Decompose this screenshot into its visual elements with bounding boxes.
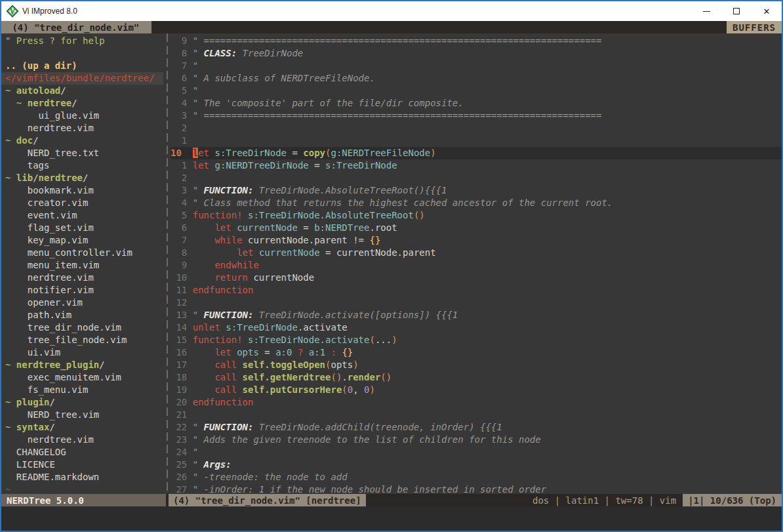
- code-token: " The 'composite' part of the file/dir c…: [193, 98, 464, 108]
- code-line[interactable]: 6 " A subclass of NERDTreeFileNode.: [171, 72, 782, 85]
- code-line[interactable]: 2: [171, 172, 782, 184]
- code-line[interactable]: 16 let opts = a:0 ? a:1 : {}: [171, 346, 782, 359]
- code-line[interactable]: 23 " Adds the given treenode to the list…: [171, 434, 782, 446]
- tree-row[interactable]: " Press ? for help: [1, 35, 163, 47]
- tree-row[interactable]: ~: [1, 483, 163, 494]
- code-line[interactable]: 1: [171, 134, 782, 147]
- tree-row[interactable]: ~ plugin/: [1, 396, 163, 409]
- code-line[interactable]: 3 " ====================================…: [171, 110, 782, 122]
- tree-row[interactable]: bookmark.vim: [1, 184, 163, 197]
- tree-row[interactable]: tags: [1, 159, 163, 172]
- line-number: 6: [171, 73, 193, 83]
- tree-row[interactable]: README.markdown: [1, 471, 163, 483]
- tree-row[interactable]: menu_controller.vim: [1, 247, 163, 259]
- tree-row[interactable]: CHANGELOG: [1, 446, 163, 459]
- code-line[interactable]: 19 call self.putCursorHere(0, 0): [171, 384, 782, 396]
- code-line[interactable]: 24 ": [171, 446, 782, 459]
- code-line[interactable]: 8 let currentNode = currentNode.parent: [171, 247, 782, 259]
- tree-row[interactable]: ui.vim: [1, 346, 163, 359]
- tree-row[interactable]: LICENCE: [1, 459, 163, 471]
- code-line[interactable]: 5 ": [171, 85, 782, 97]
- code-line[interactable]: 1 let g:NERDTreeDirNode = s:TreeDirNode: [171, 159, 782, 172]
- code-line[interactable]: 6 let currentNode = b:NERDTree.root: [171, 222, 782, 234]
- tree-row[interactable]: ui_glue.vim: [1, 110, 163, 122]
- code-token: ): [353, 359, 358, 370]
- tree-row[interactable]: event.vim: [1, 209, 163, 222]
- code-token: [237, 384, 242, 395]
- code-line[interactable]: 3 " FUNCTION: TreeDirNode.AbsoluteTreeRo…: [171, 184, 782, 197]
- tree-row[interactable]: key_map.vim: [1, 234, 163, 247]
- line-number: 27: [171, 484, 193, 494]
- code-token: TreeDirNode.addChild(treenode, inOrder) …: [253, 422, 502, 432]
- tree-row[interactable]: fs_menu.vim: [1, 384, 163, 396]
- close-button[interactable]: ✕: [752, 1, 782, 21]
- tree-row[interactable]: flag_set.vim: [1, 222, 163, 234]
- code-line[interactable]: 17 call self.toggleOpen(opts): [171, 359, 782, 371]
- tree-selected-path[interactable]: </vimfiles/bundle/nerdtree/: [1, 72, 163, 85]
- code-line[interactable]: 25 " Args:: [171, 459, 782, 471]
- maximize-button[interactable]: [721, 1, 752, 21]
- code-line[interactable]: 4 " The 'composite' part of the file/dir…: [171, 97, 782, 110]
- line-number: 3: [171, 185, 193, 195]
- tree-row[interactable]: tree_dir_node.vim: [1, 321, 163, 334]
- code-line-current[interactable]: 10 let s:TreeDirNode = copy(g:NERDTreeFi…: [171, 147, 782, 159]
- main-area: " Press ? for help.. (up a dir)</vimfile…: [1, 33, 782, 494]
- tree-row[interactable]: exec_menuitem.vim: [1, 371, 163, 384]
- code-line[interactable]: 21: [171, 409, 782, 421]
- code-line[interactable]: 27 " -inOrder: 1 if the new node should …: [171, 483, 782, 494]
- tree-row[interactable]: ~ doc/: [1, 134, 163, 147]
- code-line[interactable]: 9 " ====================================…: [171, 35, 782, 47]
- line-number: 5: [171, 210, 193, 220]
- code-token: [243, 210, 248, 220]
- code-line[interactable]: 18 call self.getNerdtree().render(): [171, 371, 782, 384]
- window-split-separator[interactable]: [163, 33, 171, 494]
- code-line[interactable]: 15 function! s:TreeDirNode.activate(...): [171, 334, 782, 346]
- code-token: [231, 347, 237, 358]
- code-line[interactable]: 13 " FUNCTION: TreeDirNode.activate([opt…: [171, 309, 782, 321]
- minimize-button[interactable]: [691, 1, 721, 21]
- tree-row[interactable]: ~ syntax/: [1, 421, 163, 434]
- tree-row[interactable]: tree_file_node.vim: [1, 334, 163, 346]
- tree-row[interactable]: NERD_tree.txt: [1, 147, 163, 159]
- code-line[interactable]: 5 function! s:TreeDirNode.AbsoluteTreeRo…: [171, 209, 782, 222]
- tree-row[interactable]: menu_item.vim: [1, 259, 163, 272]
- command-line-area[interactable]: [1, 506, 782, 531]
- code-token: ": [193, 459, 204, 470]
- code-line[interactable]: 20 endfunction: [171, 396, 782, 409]
- code-line[interactable]: 4 " Class method that returns the highes…: [171, 197, 782, 209]
- code-token: [325, 347, 331, 358]
- tab-active-buffer[interactable]: (4) "tree_dir_node.vim": [1, 21, 151, 33]
- tree-row[interactable]: ~ lib/nerdtree/: [1, 172, 163, 184]
- tree-row[interactable]: notifier.vim: [1, 284, 163, 297]
- code-token: (: [342, 384, 347, 395]
- code-line[interactable]: 8 " CLASS: TreeDirNode: [171, 47, 782, 60]
- code-line[interactable]: 11 endfunction: [171, 284, 782, 297]
- code-line[interactable]: 26 " -treenode: the node to add: [171, 471, 782, 483]
- tree-row[interactable]: ~ nerdtree_plugin/: [1, 359, 163, 371]
- tree-row[interactable]: creator.vim: [1, 197, 163, 209]
- code-token: currentNode: [248, 272, 314, 283]
- code-line[interactable]: 9 endwhile: [171, 259, 782, 272]
- code-token: [237, 359, 242, 370]
- tree-row[interactable]: nerdtree.vim: [1, 272, 163, 284]
- tree-row[interactable]: opener.vim: [1, 297, 163, 309]
- tree-row[interactable]: nerdtree.vim: [1, 122, 163, 134]
- code-line[interactable]: 14 unlet s:TreeDirNode.activate: [171, 321, 782, 334]
- code-line[interactable]: 7 while currentNode.parent != {}: [171, 234, 782, 247]
- tree-row[interactable]: nerdtree.vim: [1, 434, 163, 446]
- tree-row[interactable]: path.vim: [1, 309, 163, 321]
- code-line[interactable]: 7 ": [171, 60, 782, 72]
- code-line[interactable]: 10 return currentNode: [171, 272, 782, 284]
- tree-row[interactable]: ~ nerdtree/: [1, 97, 163, 110]
- tree-row[interactable]: ~ autoload/: [1, 85, 163, 97]
- line-number: 3: [171, 110, 193, 121]
- tree-row[interactable]: [1, 47, 163, 60]
- code-line[interactable]: 2: [171, 122, 782, 134]
- line-number: 8: [171, 48, 193, 58]
- code-line[interactable]: 12: [171, 297, 782, 309]
- code-line[interactable]: 22 " FUNCTION: TreeDirNode.addChild(tree…: [171, 421, 782, 434]
- line-number: 9: [171, 35, 193, 46]
- tree-row[interactable]: .. (up a dir): [1, 60, 163, 72]
- line-number: 13: [171, 310, 193, 320]
- tree-row[interactable]: NERD_tree.vim: [1, 409, 163, 421]
